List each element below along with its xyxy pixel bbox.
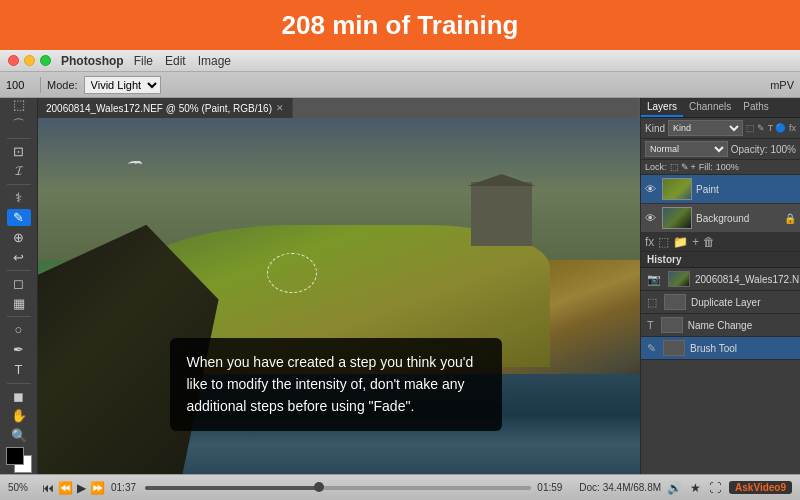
history-label-3: Brush Tool <box>690 343 737 354</box>
history-item-2[interactable]: T Name Change <box>641 314 800 337</box>
menu-file[interactable]: File <box>134 54 153 68</box>
layer-item-paint[interactable]: 👁 Paint <box>641 175 800 204</box>
fill-label: Fill: <box>699 162 713 172</box>
brush-tool[interactable]: ✎ <box>7 209 31 227</box>
blend-opacity-row: Normal Opacity: 100% <box>641 139 800 160</box>
heal-tool[interactable]: ⚕ <box>7 189 31 207</box>
layer-thumb-paint <box>662 178 692 200</box>
blend-mode-select[interactable]: Vivid Light Normal Multiply Screen Overl… <box>84 76 161 94</box>
menu-image[interactable]: Image <box>198 54 231 68</box>
eraser-tool[interactable]: ◻ <box>7 275 31 293</box>
lock-transparent-icon[interactable]: ⬚ <box>670 162 679 172</box>
new-group-button[interactable]: 📁 <box>673 235 688 249</box>
tool-separator-4 <box>7 316 31 317</box>
panel-tab-bar: Layers Channels Paths <box>641 98 800 118</box>
lock-position-icon[interactable]: + <box>691 162 696 172</box>
layer-blend-select[interactable]: Normal <box>645 141 728 157</box>
gradient-tool[interactable]: ▦ <box>7 295 31 313</box>
tool-separator-5 <box>7 383 31 384</box>
close-button[interactable] <box>8 55 19 66</box>
kind-select[interactable]: Kind <box>668 120 743 136</box>
star-icon[interactable]: ★ <box>690 481 701 495</box>
history-thumb-3 <box>663 340 685 356</box>
tab-channels[interactable]: Channels <box>683 98 737 117</box>
toolbar: 100 Mode: Vivid Light Normal Multiply Sc… <box>0 72 800 98</box>
statusbar: 50% ⏮ ⏪ ▶ ⏩ 01:37 01:59 Doc: 34.4M/68.8M… <box>0 474 800 500</box>
hand-tool[interactable]: ✋ <box>7 407 31 425</box>
crop-tool[interactable]: ⊡ <box>7 142 31 160</box>
skip-start-button[interactable]: ⏮ <box>42 481 54 495</box>
history-title: History <box>641 252 800 268</box>
fullscreen-button[interactable] <box>40 55 51 66</box>
layers-panel: Layers Channels Paths Kind Kind ⬚ ✎ T 🔵 … <box>641 98 800 252</box>
progress-dot <box>314 482 324 492</box>
play-button[interactable]: ▶ <box>77 481 86 495</box>
shape-tool[interactable]: ◼ <box>7 387 31 405</box>
eye-icon-bg[interactable]: 👁 <box>645 212 656 224</box>
layer-name-paint: Paint <box>696 184 719 195</box>
document-tab[interactable]: 20060814_Wales172.NEF @ 50% (Paint, RGB/… <box>38 98 293 118</box>
zoom-tool[interactable]: 🔍 <box>7 427 31 445</box>
time-start: 01:37 <box>111 482 139 493</box>
bird <box>128 161 142 167</box>
new-layer-button[interactable]: + <box>692 235 699 249</box>
fx-button[interactable]: fx <box>645 235 654 249</box>
eyedropper-tool[interactable]: 𝓘 <box>7 162 31 180</box>
lock-image-icon[interactable]: ✎ <box>681 162 689 172</box>
add-mask-button[interactable]: ⬚ <box>658 235 669 249</box>
lasso-tool[interactable]: ⌒ <box>7 116 31 134</box>
opacity-label: Opacity: <box>731 144 768 155</box>
tool-separator-2 <box>7 184 31 185</box>
fullscreen-icon[interactable]: ⛶ <box>709 481 721 495</box>
toolbar-right: mPV <box>770 79 794 91</box>
zoom-value: 100 <box>6 79 34 91</box>
tab-close-icon[interactable]: ✕ <box>276 103 284 113</box>
history-label-0: 20060814_Wales172.NEF <box>695 274 800 285</box>
history-icon-0: 📷 <box>647 273 661 286</box>
next-frame-button[interactable]: ⏩ <box>90 481 105 495</box>
layer-name-bg: Background <box>696 213 749 224</box>
lock-icons: ⬚ ✎ + <box>670 162 696 172</box>
select-tool[interactable]: ⬚ <box>7 96 31 114</box>
askvideo-label: AskVideo <box>735 482 780 493</box>
history-panel: History 📷 20060814_Wales172.NEF ⬚ Duplic… <box>641 252 800 474</box>
history-thumb-0 <box>668 271 690 287</box>
subtitle-box: When you have created a step you think y… <box>170 338 501 431</box>
dodge-tool[interactable]: ○ <box>7 321 31 339</box>
history-item-0[interactable]: 📷 20060814_Wales172.NEF <box>641 268 800 291</box>
status-right: 🔊 ★ ⛶ AskVideo9 <box>667 481 792 495</box>
foreground-color[interactable] <box>6 447 24 465</box>
history-label-2: Name Change <box>688 320 752 331</box>
history-label-1: Duplicate Layer <box>691 297 760 308</box>
text-tool[interactable]: T <box>7 361 31 379</box>
tab-paths[interactable]: Paths <box>737 98 775 117</box>
tab-layers[interactable]: Layers <box>641 98 683 117</box>
tool-separator-1 <box>7 138 31 139</box>
eye-icon-paint[interactable]: 👁 <box>645 183 656 195</box>
traffic-lights <box>8 55 51 66</box>
filter-icons: ⬚ ✎ T 🔵 fx <box>746 123 796 133</box>
progress-bar[interactable] <box>145 486 531 490</box>
askvideo-num: 9 <box>780 482 786 493</box>
clone-tool[interactable]: ⊕ <box>7 228 31 246</box>
right-panel: Layers Channels Paths Kind Kind ⬚ ✎ T 🔵 … <box>640 98 800 474</box>
history-icon-1: ⬚ <box>647 296 657 309</box>
titlebar: Photoshop File Edit Image <box>0 50 800 72</box>
layer-item-bg[interactable]: 👁 Background 🔒 <box>641 204 800 233</box>
tools-panel: ↖ ⬚ ⌒ ⊡ 𝓘 ⚕ ✎ ⊕ ↩ ◻ ▦ ○ ✒ T ◼ ✋ 🔍 <box>0 72 38 474</box>
playback-controls: ⏮ ⏪ ▶ ⏩ <box>42 481 105 495</box>
minimize-button[interactable] <box>24 55 35 66</box>
selection-circle <box>267 253 317 293</box>
pen-tool[interactable]: ✒ <box>7 341 31 359</box>
history-brush-tool[interactable]: ↩ <box>7 248 31 266</box>
volume-icon[interactable]: 🔊 <box>667 481 682 495</box>
delete-layer-button[interactable]: 🗑 <box>703 235 715 249</box>
layer-lock-icon: 🔒 <box>784 213 796 224</box>
menu-edit[interactable]: Edit <box>165 54 186 68</box>
opacity-value: 100% <box>770 144 796 155</box>
color-swatches[interactable] <box>6 447 32 466</box>
prev-frame-button[interactable]: ⏪ <box>58 481 73 495</box>
tool-separator-3 <box>7 270 31 271</box>
history-item-3[interactable]: ✎ Brush Tool <box>641 337 800 360</box>
history-item-1[interactable]: ⬚ Duplicate Layer <box>641 291 800 314</box>
